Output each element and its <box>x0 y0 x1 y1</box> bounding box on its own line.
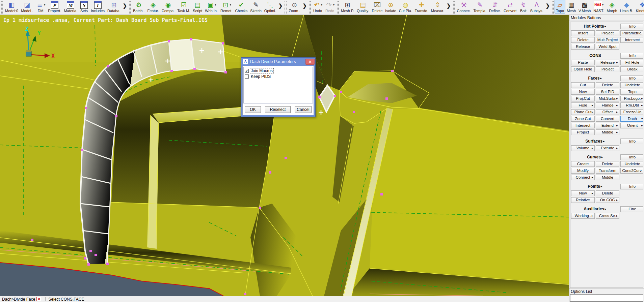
tool-dm[interactable]: ≡▾DM <box>34 0 47 13</box>
module-button-intersect[interactable]: Intersect <box>620 37 643 43</box>
toolbar-overflow-chevron[interactable]: ❯ <box>301 0 308 9</box>
module-button-rm-logo[interactable]: Rm.Logo.► <box>620 96 643 101</box>
module-button-proj-cut[interactable]: Proj.Cut <box>571 96 595 101</box>
module-button-parametric[interactable]: Parametric. <box>620 30 643 36</box>
ok-button[interactable]: OK <box>245 106 261 113</box>
reselect-button[interactable]: Reselect <box>265 106 291 113</box>
tool-includes[interactable]: IIncludes <box>89 0 106 13</box>
module-button-delete[interactable]: Delete <box>596 82 619 88</box>
module-button-new[interactable]: New <box>571 89 595 95</box>
module-button-on-cog[interactable]: On COG► <box>596 197 619 203</box>
tool-features[interactable]: ◈Featur. <box>146 0 160 13</box>
module-button-weld-spot[interactable]: Weld Spot <box>596 44 619 50</box>
module-button-delete[interactable]: Delete <box>596 161 619 167</box>
toolbar-overflow-chevron[interactable]: ❯ <box>446 0 452 9</box>
module-button-mult-project[interactable]: Mult.Project <box>596 37 619 43</box>
module-button-topo[interactable]: Topo <box>620 89 643 95</box>
module-button-intersect[interactable]: Intersect <box>571 123 595 128</box>
tool-redo[interactable]: ↷▾Redo <box>324 0 336 13</box>
section-title-faces[interactable]: Faces► <box>571 76 619 81</box>
module-button-orient[interactable]: Orient► <box>620 123 643 128</box>
cancel-function-button[interactable]: ✕ <box>36 297 41 301</box>
tool-mesh[interactable]: ▦Mesh <box>565 0 577 13</box>
module-button-flange[interactable]: Flange► <box>596 102 619 108</box>
tool-delete[interactable]: ⌧Delete <box>370 0 384 13</box>
module-button-modify[interactable]: Modify <box>571 168 595 174</box>
module-button-zone-cut[interactable]: Zone Cut <box>571 116 595 122</box>
tool-isolate[interactable]: ⊕Isolate <box>384 0 397 13</box>
tool-mesh-parameters[interactable]: ⊞Mesh P. <box>340 0 355 13</box>
tool-model[interactable]: ◪Model . <box>20 0 34 13</box>
module-button-project[interactable]: Project <box>596 30 619 36</box>
tool-transform[interactable]: ✚Transfo. <box>413 0 430 13</box>
tool-templates[interactable]: ✎Templa. <box>472 0 488 13</box>
toolbar-overflow-chevron[interactable]: ❯ <box>545 0 551 9</box>
tool-connections[interactable]: ⚒Connec. <box>456 0 472 13</box>
module-button-undelete[interactable]: Undelete <box>620 161 643 167</box>
tool-sets[interactable]: SSets <box>79 0 89 13</box>
module-button-offset[interactable]: Offset► <box>596 109 619 115</box>
module-button-set-pid[interactable]: Set PID <box>596 89 619 95</box>
tool-task-manager[interactable]: ☑Task M. <box>176 0 191 13</box>
module-button-mid-surfa[interactable]: Mid.Surfa.► <box>596 96 619 101</box>
info-button-cons[interactable]: Info <box>620 53 643 59</box>
info-button-curves[interactable]: Info <box>620 154 643 160</box>
info-button-faces[interactable]: Info <box>620 76 643 81</box>
module-button-fuse[interactable]: Fuse► <box>571 102 595 108</box>
module-button-rm-dbl[interactable]: Rm.Dbl► <box>620 102 643 108</box>
tool-batch[interactable]: ⚙Batch . <box>132 0 146 13</box>
dialog-close-button[interactable]: ✕ <box>305 59 315 65</box>
checkbox-join-macros[interactable]: ✓Join Macros <box>245 68 312 73</box>
tool-zoom[interactable]: ⊙Zoom . <box>287 0 301 13</box>
dm-dropdown-arrow[interactable]: ▾ <box>44 3 45 6</box>
tool-database[interactable]: ⊞Databa. <box>106 0 122 13</box>
module-button-middle[interactable]: Middle <box>596 175 619 180</box>
info-button-surfaces[interactable]: Info <box>620 139 643 144</box>
module-button-delete[interactable]: Delete <box>571 37 595 43</box>
module-button-cross-se[interactable]: Cross Se.► <box>596 213 619 219</box>
tool-topo[interactable]: ▱Topo <box>555 0 565 13</box>
tool-nastran[interactable]: NAS▾NAST. <box>592 0 605 13</box>
module-button-paste[interactable]: Paste <box>571 60 595 65</box>
tool-remote[interactable]: ⊡▾Remot. <box>219 0 234 13</box>
tool-volume-mesh[interactable]: ▩V.Mesh <box>577 0 592 13</box>
tool-sketch[interactable]: ✎Sketch <box>249 0 263 13</box>
checkbox-keep-pids[interactable]: Keep PIDS <box>245 74 312 79</box>
section-title-points[interactable]: Points► <box>571 184 619 189</box>
info-button-hot-points[interactable]: Info <box>620 24 643 29</box>
module-button-dach[interactable]: Dach▼ <box>620 116 643 122</box>
tool-bolt[interactable]: ↯Bolt <box>518 0 529 13</box>
module-button-delete[interactable]: Delete <box>596 190 619 196</box>
module-button-undelete[interactable]: Undelete <box>620 82 643 88</box>
section-title-curves[interactable]: Curves► <box>571 155 619 159</box>
toolbar-overflow-chevron[interactable]: ❯ <box>122 0 128 9</box>
tool-materials[interactable]: MMateria. <box>62 0 79 13</box>
module-button-extrude[interactable]: Extrude► <box>596 145 619 151</box>
module-button-plane-cut[interactable]: Plane Cut► <box>571 109 595 115</box>
remote-dropdown-arrow[interactable]: ▾ <box>230 3 231 6</box>
section-title-hot-points[interactable]: Hot Points► <box>571 24 619 29</box>
tool-hexa-block[interactable]: ◆Hexa B. <box>619 0 635 13</box>
tool-convert[interactable]: ⇄Convert <box>502 0 518 13</box>
tool-optimization[interactable]: ⋱Optimi. <box>263 0 277 13</box>
module-button-break[interactable]: Break <box>620 66 643 72</box>
module-button-convert[interactable]: Convert <box>596 116 619 122</box>
tool-web-interface[interactable]: ▣▾Web In. <box>204 0 219 13</box>
viewport-3d[interactable]: Z Y X Ip 1 midsurface .ansa, Current Par… <box>0 15 569 296</box>
module-button-release[interactable]: Release► <box>596 60 619 65</box>
tool-checks[interactable]: ✔Checks <box>234 0 249 13</box>
module-button-transform[interactable]: Transform <box>596 168 619 174</box>
module-button-project[interactable]: Project <box>596 66 619 72</box>
module-button-connect[interactable]: Connect► <box>571 175 595 180</box>
cancel-button[interactable]: Cancel <box>295 106 312 113</box>
redo-dropdown-arrow[interactable]: ▾ <box>333 3 334 6</box>
tool-script[interactable]: ▤Script <box>191 0 204 13</box>
module-button-new[interactable]: New► <box>571 190 595 196</box>
nastran-dropdown-arrow[interactable]: ▾ <box>602 3 603 6</box>
tool-model-0[interactable]: ◧Model:0 <box>4 0 20 13</box>
info-button-points[interactable]: Info <box>620 184 643 189</box>
tool-morph[interactable]: ◈Morph <box>606 0 619 13</box>
module-button-working[interactable]: Working .► <box>571 213 595 219</box>
tool-properties[interactable]: PPropert. <box>47 0 62 13</box>
section-title-surfaces[interactable]: Surfaces► <box>571 139 619 144</box>
